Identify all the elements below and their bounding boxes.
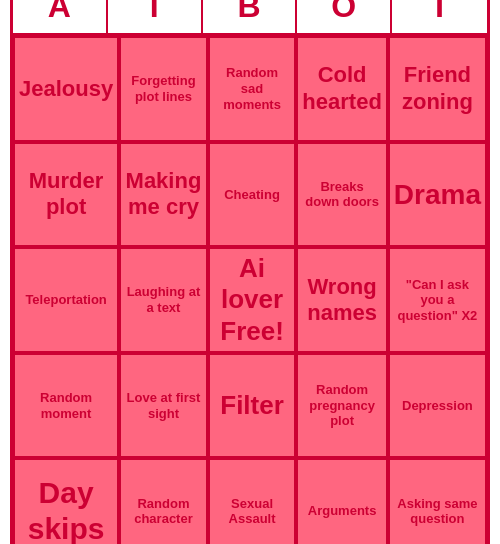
bingo-cell-14: "Can I ask you a question" X2 bbox=[388, 247, 487, 353]
bingo-cell-5: Murder plot bbox=[13, 142, 119, 248]
bingo-cell-6: Making me cry bbox=[119, 142, 208, 248]
bingo-cell-23: Arguments bbox=[296, 458, 387, 544]
bingo-cell-21: Random character bbox=[119, 458, 208, 544]
bingo-cell-15: Random moment bbox=[13, 353, 119, 459]
bingo-grid: JealousyForgetting plot linesRandom sad … bbox=[13, 36, 487, 544]
bingo-header: AIBOT bbox=[13, 0, 487, 36]
bingo-cell-12: Ai lover Free! bbox=[208, 247, 297, 353]
bingo-card: AIBOT JealousyForgetting plot linesRando… bbox=[10, 0, 490, 544]
bingo-cell-9: Drama bbox=[388, 142, 487, 248]
header-col-b: B bbox=[203, 0, 298, 33]
bingo-cell-0: Jealousy bbox=[13, 36, 119, 142]
bingo-cell-18: Random pregnancy plot bbox=[296, 353, 387, 459]
bingo-cell-8: Breaks down doors bbox=[296, 142, 387, 248]
bingo-cell-3: Cold hearted bbox=[296, 36, 387, 142]
header-col-t: T bbox=[392, 0, 487, 33]
header-col-a: A bbox=[13, 0, 108, 33]
bingo-cell-19: Depression bbox=[388, 353, 487, 459]
bingo-cell-13: Wrong names bbox=[296, 247, 387, 353]
bingo-cell-22: Sexual Assault bbox=[208, 458, 297, 544]
bingo-cell-16: Love at first sight bbox=[119, 353, 208, 459]
bingo-cell-4: Friend zoning bbox=[388, 36, 487, 142]
bingo-cell-7: Cheating bbox=[208, 142, 297, 248]
bingo-cell-17: Filter bbox=[208, 353, 297, 459]
bingo-cell-20: Day skips bbox=[13, 458, 119, 544]
bingo-cell-10: Teleportation bbox=[13, 247, 119, 353]
bingo-cell-11: Laughing at a text bbox=[119, 247, 208, 353]
header-col-o: O bbox=[297, 0, 392, 33]
bingo-cell-1: Forgetting plot lines bbox=[119, 36, 208, 142]
bingo-cell-2: Random sad moments bbox=[208, 36, 297, 142]
bingo-cell-24: Asking same question bbox=[388, 458, 487, 544]
header-col-i: I bbox=[108, 0, 203, 33]
